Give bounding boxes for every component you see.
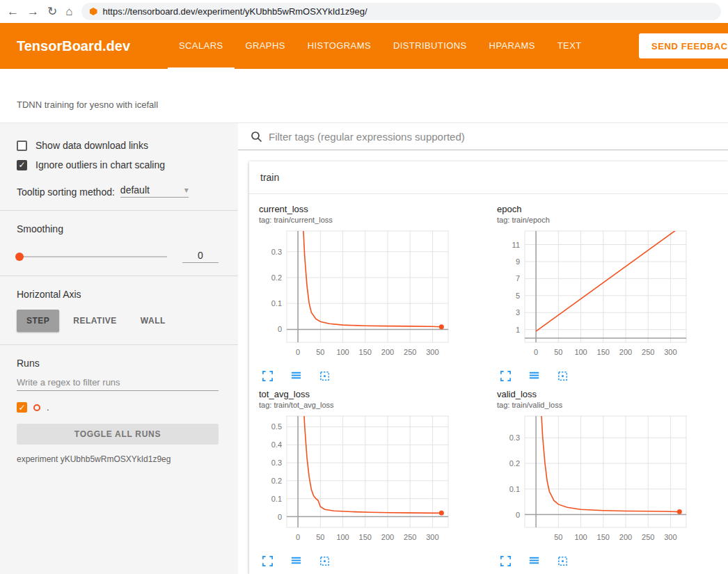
chart-data-icon[interactable]	[528, 370, 540, 382]
chart-expand-icon[interactable]	[262, 555, 274, 567]
chart-toolbar	[500, 370, 728, 382]
chart-pin-icon[interactable]	[319, 370, 331, 382]
tooltip-sorting-label: Tooltip sorting method:	[17, 186, 115, 198]
checkbox-checked-icon[interactable]: ✓	[17, 160, 27, 170]
svg-text:200: 200	[619, 533, 632, 541]
home-icon[interactable]: ⌂	[65, 6, 72, 17]
svg-text:0: 0	[534, 348, 538, 356]
run-checkbox-icon[interactable]: ✓	[17, 402, 27, 413]
experiment-title: TDNN training for yesno with icefall	[17, 99, 728, 110]
svg-text:0.1: 0.1	[271, 495, 282, 503]
relative-axis-button[interactable]: RELATIVE	[63, 310, 126, 332]
chart-toolbar	[262, 555, 497, 567]
tab-hparams[interactable]: HPARAMS	[478, 23, 546, 69]
refresh-icon[interactable]: ↻	[47, 6, 57, 17]
tooltip-sorting-dropdown[interactable]: default ▾	[120, 184, 189, 198]
tab-graphs[interactable]: GRAPHS	[235, 23, 296, 69]
tot-avg-loss-chart[interactable]: 05010015020025030000.10.20.30.40.5	[259, 412, 454, 551]
checkbox-unchecked-icon[interactable]	[17, 141, 27, 151]
svg-text:0.3: 0.3	[271, 248, 282, 256]
experiment-id-text: experiment yKUbhb5wRmOSXYkId1z9eg	[17, 454, 219, 464]
url-text: https://tensorboard.dev/experiment/yKUbh…	[103, 6, 367, 17]
sidebar-divider	[0, 276, 238, 276]
tab-scalars[interactable]: SCALARS	[168, 23, 235, 69]
tab-text[interactable]: TEXT	[546, 23, 593, 69]
settings-sidebar: Show data download links ✓ Ignore outlie…	[0, 123, 238, 574]
toggle-all-runs-button[interactable]: TOGGLE ALL RUNS	[17, 424, 219, 445]
chart-data-icon[interactable]	[290, 555, 302, 567]
smoothing-slider[interactable]	[17, 256, 167, 257]
svg-text:11: 11	[512, 241, 520, 249]
run-name: .	[47, 402, 49, 413]
chart-data-icon[interactable]	[290, 370, 302, 382]
back-icon[interactable]: ←	[7, 6, 19, 17]
chart-title: tot_avg_loss	[259, 389, 497, 399]
svg-text:50: 50	[554, 348, 562, 356]
svg-text:50: 50	[316, 348, 324, 356]
chart-pin-icon[interactable]	[557, 370, 569, 382]
svg-text:0: 0	[278, 513, 282, 521]
svg-text:300: 300	[426, 348, 438, 356]
svg-text:0.3: 0.3	[509, 433, 520, 442]
chart-tag: tag: train/tot_avg_loss	[259, 401, 497, 409]
current-loss-chart[interactable]: 05010015020025030000.10.20.3	[259, 227, 454, 366]
valid-loss-chart[interactable]: 5010015020025030000.10.20.3	[497, 412, 692, 551]
run-color-swatch-icon	[33, 404, 40, 411]
experiment-bar: TDNN training for yesno with icefall	[0, 69, 728, 123]
ignore-outliers-label: Ignore outliers in chart scaling	[35, 159, 165, 170]
svg-text:150: 150	[597, 533, 610, 541]
smoothing-value-input[interactable]: 0	[182, 250, 219, 263]
svg-text:1: 1	[516, 326, 520, 334]
svg-text:0.4: 0.4	[271, 440, 282, 449]
chart-expand-icon[interactable]	[500, 555, 512, 567]
chart-title: epoch	[497, 204, 728, 214]
svg-text:100: 100	[574, 533, 587, 541]
ignore-outliers-checkbox[interactable]: ✓ Ignore outliers in chart scaling	[17, 159, 219, 170]
tab-histograms[interactable]: HISTOGRAMS	[296, 23, 382, 69]
main-nav: SCALARS GRAPHS HISTOGRAMS DISTRIBUTIONS …	[168, 23, 593, 69]
tab-distributions[interactable]: DISTRIBUTIONS	[382, 23, 478, 69]
svg-text:9: 9	[516, 257, 520, 266]
svg-text:250: 250	[642, 348, 654, 356]
run-list-item[interactable]: ✓ .	[17, 402, 219, 413]
show-download-links-checkbox[interactable]: Show data download links	[17, 140, 219, 151]
chart-expand-icon[interactable]	[262, 370, 274, 382]
svg-text:0.1: 0.1	[271, 299, 282, 308]
chart-expand-icon[interactable]	[500, 370, 512, 382]
epoch-chart[interactable]: 0501001502002503001357911	[497, 227, 692, 366]
browser-chrome: ← → ↻ ⌂ https://tensorboard.dev/experime…	[0, 0, 728, 23]
forward-icon[interactable]: →	[27, 6, 39, 17]
svg-text:100: 100	[336, 348, 349, 356]
smoothing-slider-thumb[interactable]	[15, 253, 24, 261]
svg-text:0: 0	[296, 533, 300, 541]
svg-text:7: 7	[516, 274, 520, 282]
chart-card-epoch: epoch tag: train/epoch 05010015020025030…	[497, 204, 728, 382]
chart-tag: tag: train/epoch	[497, 216, 728, 224]
tensorboard-favicon	[90, 8, 97, 15]
chart-tag: tag: train/valid_loss	[497, 401, 728, 409]
wall-axis-button[interactable]: WALL	[131, 310, 175, 332]
svg-text:100: 100	[336, 533, 349, 541]
chart-card-tot-avg-loss: tot_avg_loss tag: train/tot_avg_loss 050…	[259, 389, 497, 567]
svg-text:150: 150	[359, 348, 372, 356]
chart-pin-icon[interactable]	[557, 555, 569, 567]
chart-data-icon[interactable]	[528, 555, 540, 567]
smoothing-label: Smoothing	[17, 223, 219, 234]
tag-filter-row	[238, 123, 728, 150]
search-icon	[251, 131, 262, 143]
chart-card-current-loss: current_loss tag: train/current_loss 050…	[259, 204, 497, 382]
address-bar[interactable]: https://tensorboard.dev/experiment/yKUbh…	[81, 3, 721, 20]
chart-pin-icon[interactable]	[319, 555, 331, 567]
chart-tag: tag: train/current_loss	[259, 216, 497, 224]
horizontal-axis-label: Horizontal Axis	[17, 289, 219, 300]
tag-filter-input[interactable]	[269, 131, 728, 143]
sidebar-divider	[0, 344, 238, 345]
svg-text:0.2: 0.2	[509, 459, 520, 468]
runs-filter-input[interactable]	[17, 373, 219, 391]
runs-label: Runs	[17, 358, 219, 369]
train-section-header[interactable]: train	[249, 161, 728, 194]
step-axis-button[interactable]: STEP	[17, 310, 59, 332]
svg-text:0.2: 0.2	[271, 273, 282, 282]
app-logo: TensorBoard.dev	[17, 38, 130, 54]
send-feedback-button[interactable]: SEND FEEDBACK	[639, 33, 728, 58]
